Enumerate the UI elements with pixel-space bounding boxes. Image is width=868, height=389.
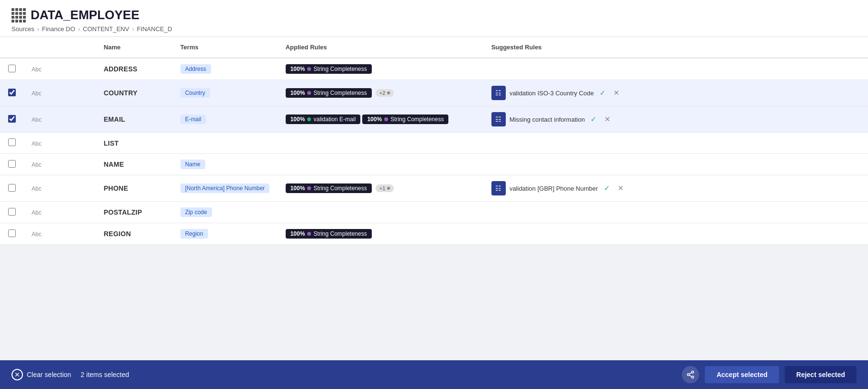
suggested-rules-cell-name <box>484 154 868 175</box>
breadcrumb-sep-1: › <box>37 26 39 33</box>
applied-rules-cell-name <box>278 154 484 175</box>
table-row: AbcPHONE[North America] Phone Number100%… <box>0 175 868 202</box>
checkbox-name[interactable] <box>8 160 16 168</box>
suggested-rules-cell-region <box>484 223 868 245</box>
checkbox-cell-postalzip <box>0 202 24 223</box>
table-row: AbcEMAILE-mail100%validation E-mail100%S… <box>0 106 868 133</box>
checkbox-region[interactable] <box>8 229 16 237</box>
checkbox-cell-phone <box>0 175 24 202</box>
reject-btn-email[interactable]: ✕ <box>602 114 612 125</box>
checkbox-email[interactable] <box>8 115 16 123</box>
name-cell-list: LIST <box>96 133 173 154</box>
field-type-list: Abc <box>32 140 42 147</box>
term-badge-region[interactable]: Region <box>180 229 208 239</box>
suggested-label-email: Missing contact information <box>510 116 585 123</box>
term-badge-email[interactable]: E-mail <box>180 114 206 124</box>
applied-rule-country-0: 100%String Completeness <box>286 88 372 98</box>
items-selected-text: 2 items selected <box>81 371 129 378</box>
checkbox-cell-name <box>0 154 24 175</box>
name-cell-country: COUNTRY <box>96 80 173 106</box>
suggested-rule-phone: ☷validation [GBR] Phone Number✓✕ <box>491 181 626 195</box>
clear-selection-button[interactable]: ✕ Clear selection <box>11 369 71 380</box>
type-cell-list: Abc <box>24 133 96 154</box>
breadcrumb-content-env[interactable]: CONTENT_ENV <box>83 25 129 33</box>
suggested-label-phone: validation [GBR] Phone Number <box>510 185 598 192</box>
name-cell-address: ADDRESS <box>96 58 173 80</box>
name-cell-email: EMAIL <box>96 106 173 133</box>
type-cell-postalzip: Abc <box>24 202 96 223</box>
applied-rule-email-1: 100%String Completeness <box>362 114 448 124</box>
breadcrumb-finance-do[interactable]: Finance DO <box>42 25 75 33</box>
table-row: AbcNAMEName <box>0 154 868 175</box>
terms-cell-address: Address <box>173 58 278 80</box>
field-name-name: NAME <box>104 160 124 168</box>
suggested-rules-cell-postalzip <box>484 202 868 223</box>
data-table: Name Terms Applied Rules Suggested Rules… <box>0 37 868 245</box>
type-cell-name: Abc <box>24 154 96 175</box>
terms-cell-email: E-mail <box>173 106 278 133</box>
terms-cell-country: Country <box>173 80 278 106</box>
name-cell-name: NAME <box>96 154 173 175</box>
field-type-email: Abc <box>32 116 42 123</box>
field-name-email: EMAIL <box>104 115 125 123</box>
checkbox-cell-list <box>0 133 24 154</box>
type-cell-region: Abc <box>24 223 96 245</box>
field-name-postalzip: POSTALZIP <box>104 208 142 216</box>
extra-count-country: +2 <box>376 89 394 97</box>
grid-icon <box>11 8 26 23</box>
reject-selected-button[interactable]: Reject selected <box>785 366 857 383</box>
checkbox-list[interactable] <box>8 138 16 146</box>
field-name-list: LIST <box>104 139 119 147</box>
checkbox-cell-email <box>0 106 24 133</box>
term-badge-address[interactable]: Address <box>180 64 211 74</box>
accept-selected-button[interactable]: Accept selected <box>705 366 779 383</box>
breadcrumb: Sources › Finance DO › CONTENT_ENV › FIN… <box>11 25 857 33</box>
suggested-rules-cell-country: ☷validation ISO-3 Country Code✓✕ <box>484 80 868 106</box>
checkbox-phone[interactable] <box>8 184 16 192</box>
suggested-label-country: validation ISO-3 Country Code <box>510 90 594 97</box>
svg-line-3 <box>690 375 692 377</box>
suggested-rule-email: ☷Missing contact information✓✕ <box>491 112 613 126</box>
rule-dot <box>307 91 311 95</box>
term-badge-phone[interactable]: [North America] Phone Number <box>180 183 270 193</box>
col-header-type <box>24 37 96 58</box>
rule-dot <box>307 67 311 71</box>
suggested-icon-country: ☷ <box>491 86 506 100</box>
term-badge-postalzip[interactable]: Zip code <box>180 207 212 217</box>
breadcrumb-sources[interactable]: Sources <box>11 25 34 33</box>
reject-btn-phone[interactable]: ✕ <box>616 183 626 194</box>
field-name-phone: PHONE <box>104 184 128 192</box>
type-cell-address: Abc <box>24 58 96 80</box>
term-badge-country[interactable]: Country <box>180 88 210 98</box>
applied-rules-cell-phone: 100%String Completeness+1 <box>278 175 484 202</box>
footer-right: Accept selected Reject selected <box>682 366 857 383</box>
name-cell-region: REGION <box>96 223 173 245</box>
checkbox-country[interactable] <box>8 89 16 96</box>
breadcrumb-finance-d: FINANCE_D <box>137 25 172 33</box>
clear-label: Clear selection <box>27 371 71 378</box>
col-header-applied: Applied Rules <box>278 37 484 58</box>
applied-rule-email-0: 100%validation E-mail <box>286 114 361 124</box>
table-row: AbcPOSTALZIPZip code <box>0 202 868 223</box>
field-type-name: Abc <box>32 161 42 168</box>
checkbox-address[interactable] <box>8 65 16 72</box>
terms-cell-list <box>173 133 278 154</box>
main-content: Name Terms Applied Rules Suggested Rules… <box>0 37 868 360</box>
accept-btn-email[interactable]: ✓ <box>589 114 599 125</box>
page-title: DATA_EMPLOYEE <box>31 8 139 23</box>
applied-rules-cell-email: 100%validation E-mail100%String Complete… <box>278 106 484 133</box>
terms-cell-phone: [North America] Phone Number <box>173 175 278 202</box>
terms-cell-postalzip: Zip code <box>173 202 278 223</box>
reject-btn-country[interactable]: ✕ <box>612 88 622 98</box>
col-header-terms: Terms <box>173 37 278 58</box>
share-button[interactable] <box>682 366 699 383</box>
checkbox-postalzip[interactable] <box>8 208 16 216</box>
col-header-check <box>0 37 24 58</box>
table-header-row: Name Terms Applied Rules Suggested Rules <box>0 37 868 58</box>
breadcrumb-sep-2: › <box>78 26 80 33</box>
name-cell-postalzip: POSTALZIP <box>96 202 173 223</box>
accept-btn-country[interactable]: ✓ <box>598 88 608 98</box>
table-row: AbcREGIONRegion100%String Completeness <box>0 223 868 245</box>
term-badge-name[interactable]: Name <box>180 160 205 169</box>
accept-btn-phone[interactable]: ✓ <box>602 183 612 194</box>
